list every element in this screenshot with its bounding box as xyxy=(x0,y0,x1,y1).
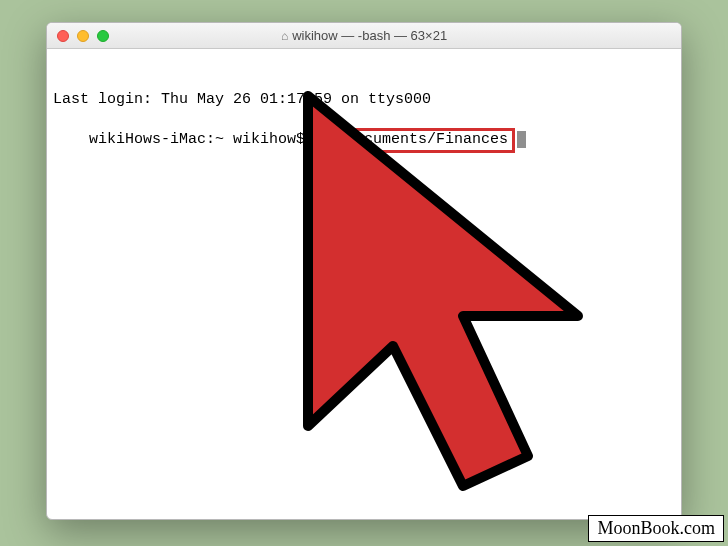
terminal-line-login: Last login: Thu May 26 01:17:59 on ttys0… xyxy=(53,91,675,110)
window-title-text: wikihow — -bash — 63×21 xyxy=(292,28,447,43)
window-title: ⌂ wikihow — -bash — 63×21 xyxy=(47,28,681,43)
terminal-prompt: wikiHows-iMac:~ wikihow$ xyxy=(89,131,314,148)
terminal-cursor xyxy=(517,131,526,148)
terminal-body[interactable]: Last login: Thu May 26 01:17:59 on ttys0… xyxy=(47,49,681,519)
terminal-command-text: cd Documents/Finances xyxy=(319,131,508,148)
command-highlight: cd Documents/Finances xyxy=(312,128,515,153)
titlebar: ⌂ wikihow — -bash — 63×21 xyxy=(47,23,681,49)
home-icon: ⌂ xyxy=(281,29,288,43)
maximize-button[interactable] xyxy=(97,30,109,42)
terminal-line-command: wikiHows-iMac:~ wikihow$ cd Documents/Fi… xyxy=(89,131,526,148)
minimize-button[interactable] xyxy=(77,30,89,42)
watermark: MoonBook.com xyxy=(588,515,724,542)
terminal-window: ⌂ wikihow — -bash — 63×21 Last login: Th… xyxy=(46,22,682,520)
traffic-lights xyxy=(47,30,109,42)
close-button[interactable] xyxy=(57,30,69,42)
